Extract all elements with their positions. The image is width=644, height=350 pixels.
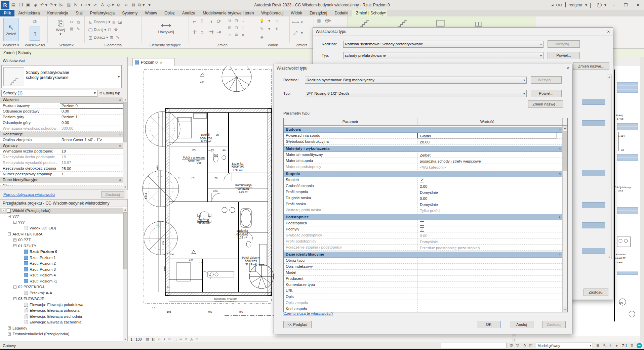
app-store-cart-icon[interactable] [590,2,594,8]
apply-button[interactable]: Zastosuj [542,321,566,328]
tree-expander-icon[interactable] [8,326,11,330]
paste-button[interactable]: ⎘ Wklej▾ [54,18,67,37]
ribbon-tab[interactable]: Zarządzaj [306,10,331,16]
split-icon[interactable]: ⌇ [240,25,246,31]
properties-toggle-icon[interactable]: ⧉ [32,18,38,24]
duplicate-button[interactable]: Powiel... [531,90,562,97]
parameter-row[interactable]: Połączenie stopnia i podstopnicy Przedłu… [284,245,562,251]
signed-in-user[interactable]: redgear [569,3,582,7]
parameter-row[interactable]: Opis [284,294,562,300]
tree-item[interactable]: 01 RZUTY [0,243,123,249]
tree-item[interactable]: Rzut: Poziom 3 [0,266,123,272]
match-properties-icon[interactable]: ✂ [69,19,75,25]
table-scrollbar[interactable]: ▲▼ [562,126,567,312]
delete-icon[interactable]: ✕ [240,32,246,38]
undo-icon[interactable]: ↶ ▾ [40,1,48,9]
design-options-icon[interactable]: ◫ [529,343,532,348]
ribbon-tab[interactable]: Współpracuj [257,10,287,16]
cut-button[interactable]: Dotnij ▾ [94,28,106,32]
demolish-icon[interactable]: ⚒ [113,27,119,33]
tree-item[interactable]: Elewacja: Elewacja wschodnia [0,313,123,319]
redo-icon[interactable]: ↷ ▾ [49,1,57,9]
application-menu-icon[interactable]: ▤ [10,1,17,9]
tree-expander-icon[interactable] [13,221,16,224]
exclude-options-icon[interactable]: ⊞ [596,343,599,348]
parameter-row[interactable]: Obraz typu [284,258,562,264]
tag-icon[interactable]: ↗ [92,1,98,9]
tree-item[interactable]: 00 PZT [0,237,123,243]
ribbon-tab[interactable]: Dodatki [331,10,352,16]
back-table-scrollbar[interactable]: ▲ ▼ [607,75,612,259]
parameter-row[interactable]: Budowa [284,127,562,133]
parameter-row[interactable]: Powierzchnia spodu Gładki [284,133,562,139]
worksets-box[interactable] [441,343,507,348]
offset-icon[interactable]: ⎍ [199,18,205,24]
load-button[interactable]: Wczytaj... [531,76,562,84]
dimension-chevron-icon[interactable]: ▾ [299,30,305,36]
parameter-row[interactable]: Stopień [284,177,562,183]
tree-item[interactable]: Elewacja: Elewacja północna [0,308,123,314]
tree-item[interactable]: Elewacja: Elewacja południowa [0,302,123,308]
switch-windows-icon[interactable]: ⧉ ▾ [137,1,145,9]
type-properties-dialog[interactable]: Właściwości typu Rodzina: Rodzina system… [274,64,572,334]
tree-item[interactable]: 03 ELEWACJE [0,296,123,302]
lightbulb-icon[interactable]: 💡 [259,18,265,24]
parameter-row[interactable]: Profil noska Domyślnie [284,201,562,207]
scale-control[interactable]: 1 : 100 [130,337,142,341]
element-filter-dropdown[interactable]: Schody (1)▾ [1,90,97,97]
tree-item[interactable]: Rzut: Poziom 4 [0,272,123,278]
modify-button[interactable]: ↖ Zmień [3,18,19,41]
worksets-icon[interactable]: ⛃ [510,343,513,348]
default-3d-view-icon[interactable]: ◇ ▾ [107,1,115,9]
property-row[interactable]: Poziom bazowy Poziom 0 [0,103,123,109]
group-icon[interactable]: ⊞ [227,25,233,31]
isolate-icon[interactable]: ⌂ [274,18,280,24]
extend-icon[interactable]: ⇥ [216,29,222,35]
ribbon-tab[interactable]: Wstaw [141,10,161,16]
Pokój z aneksem[interactable]: Pokój z aneksem 00/M1/02 [182,156,205,163]
property-row[interactable]: Dane identyfikacyjne [0,177,123,183]
parameter-row[interactable]: Materiał podstopnicy <Wg kategorii> [284,164,562,170]
help-chevron-icon[interactable]: ▾ [604,3,606,7]
mirror-icon[interactable]: ◗ [208,18,214,24]
parameter-row[interactable]: Długość noska 0.00 [284,195,562,201]
tree-expander-icon[interactable] [13,286,16,289]
notification-arrow-icon[interactable]: ➔ [637,343,642,348]
property-row[interactable]: Rzeczywista liczba podstopnic 18 [0,155,123,160]
parameter-row[interactable]: Opis zespołu [284,300,562,306]
tree-expander-icon[interactable] [13,238,16,242]
rotate-icon[interactable]: ⟳ [216,18,222,24]
family-dropdown[interactable]: Rodzina systemowa: Schody prefabrykowane [343,41,544,48]
customize-qat-icon[interactable]: ▾ [146,1,153,9]
print-icon[interactable]: ⎘ [58,1,65,9]
ribbon-tab[interactable]: Stal [72,10,86,16]
close-button[interactable]: ✕ [633,3,643,7]
tree-expander-icon[interactable] [13,244,16,247]
override-icon[interactable]: ▾ [266,26,272,32]
edit-sketch-icon[interactable] [396,19,409,28]
checkbox[interactable] [420,221,424,226]
parameter-row[interactable]: Dane identyfikacyjne [284,252,562,258]
property-row[interactable]: Rzeczywista wysokość podsto... 16.67 [0,160,123,166]
pin-icon[interactable]: ⍭ [240,18,246,24]
Kuchnia[interactable]: Kuchnia 00/M2/04 [198,218,209,225]
export-pdf-icon[interactable]: ▨ [65,1,72,9]
parameter-row[interactable]: Profil podstopnicy Domyślnie [284,238,562,245]
parameter-row[interactable]: Głębokość konstrukcyjna 20.00 [284,139,562,145]
preview-button[interactable]: << Podgląd [283,321,312,328]
analytical-model-icon[interactable]: ◬ [190,337,193,341]
tree-expander-icon[interactable] [8,333,11,336]
split-face-icon[interactable]: ⊟ [107,27,113,33]
temporary-hide-isolate-icon[interactable]: ∞ [179,337,182,341]
close-hidden-windows-icon[interactable]: ⊠ [130,1,137,9]
minimize-button[interactable]: – [609,3,618,7]
ribbon-tab[interactable]: Analiza [178,10,199,16]
tree-item[interactable]: Legendy [0,325,123,331]
properties-button[interactable]: ▯ [30,27,40,41]
parameter-row[interactable]: Opis indeksowy [284,264,562,270]
select-levels-icon[interactable] [434,19,448,28]
property-row[interactable]: Odsunięcie podstawy 0.00 [0,109,123,115]
tab-options-icon[interactable]: ⊡ ▾ [380,10,386,15]
filter-icon[interactable]: ▽ [516,343,519,348]
cope-button[interactable]: Dopasuj ▾ [94,20,110,24]
